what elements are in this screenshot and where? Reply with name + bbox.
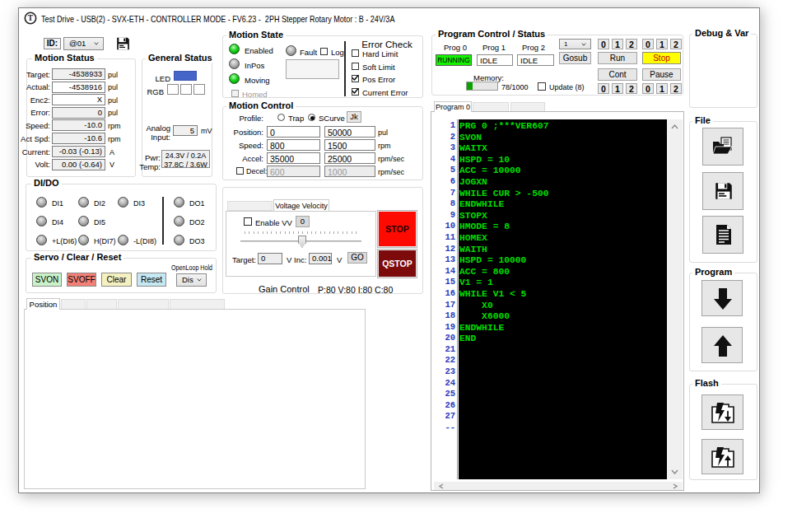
svg-text:T: T	[28, 14, 34, 22]
